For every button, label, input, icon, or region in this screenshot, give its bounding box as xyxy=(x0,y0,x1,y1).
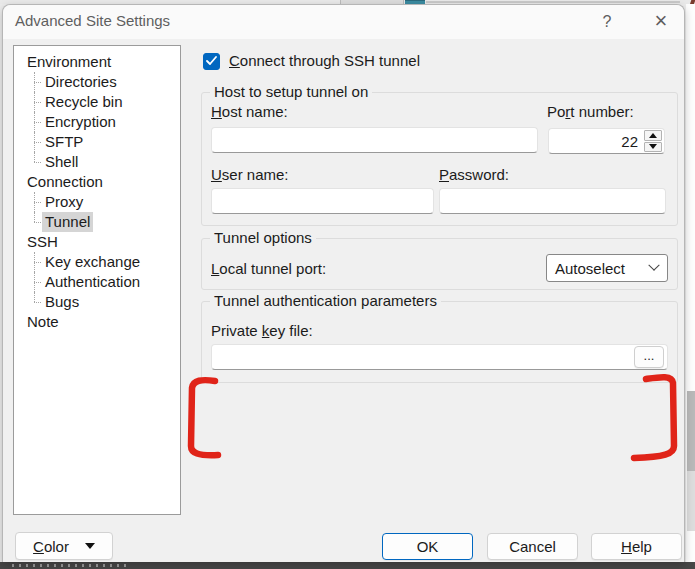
help-button-label: Help xyxy=(621,538,652,555)
port-number-stepper xyxy=(548,128,665,154)
sidebar-item-key-exchange[interactable]: Key exchange xyxy=(14,252,180,272)
ok-button[interactable]: OK xyxy=(382,533,473,560)
dropdown-arrow-icon xyxy=(85,543,95,549)
sidebar-item-shell[interactable]: Shell xyxy=(14,152,180,172)
close-icon[interactable]: × xyxy=(649,10,673,34)
chevron-down-icon xyxy=(648,260,659,271)
user-name-label: User name: xyxy=(211,166,289,184)
host-name-input[interactable] xyxy=(211,127,538,153)
password-label: Password: xyxy=(439,166,509,184)
spin-down-icon xyxy=(649,144,657,149)
private-key-file-label: Private key file: xyxy=(211,322,313,340)
local-tunnel-port-select[interactable]: Autoselect xyxy=(546,254,668,282)
connect-ssh-tunnel-checkbox[interactable] xyxy=(203,53,220,70)
page-title: Advanced Site Settings xyxy=(15,12,170,29)
connect-ssh-tunnel-label[interactable]: Connect through SSH tunnel xyxy=(229,52,420,70)
checkmark-icon xyxy=(206,56,217,66)
host-name-label: Host name: xyxy=(211,103,288,121)
password-input[interactable] xyxy=(439,188,666,214)
sidebar-item-proxy[interactable]: Proxy xyxy=(14,192,180,212)
sidebar-item-ssh[interactable]: SSH xyxy=(14,232,180,252)
cancel-button[interactable]: Cancel xyxy=(487,533,578,560)
sidebar-item-recycle-bin[interactable]: Recycle bin xyxy=(14,92,180,112)
browse-key-file-button[interactable]: ... xyxy=(634,346,664,368)
auth-group-title: Tunnel authentication parameters xyxy=(210,292,441,309)
title-bar[interactable]: Advanced Site Settings ? × xyxy=(3,5,684,39)
background-bottom-strip xyxy=(0,562,695,569)
background-right-sliver xyxy=(686,4,695,562)
sidebar-item-sftp[interactable]: SFTP xyxy=(14,132,180,152)
auth-group: Tunnel authentication parameters xyxy=(201,301,678,383)
sidebar-item-bugs[interactable]: Bugs xyxy=(14,292,180,312)
spin-up-icon xyxy=(649,133,657,138)
sidebar-item-connection[interactable]: Connection xyxy=(14,172,180,192)
sidebar-item-authentication[interactable]: Authentication xyxy=(14,272,180,292)
user-name-input[interactable] xyxy=(211,188,434,214)
advanced-site-settings-dialog: Advanced Site Settings ? × Environment D… xyxy=(2,4,685,562)
options-group-title: Tunnel options xyxy=(210,229,316,246)
host-group-title: Host to setup tunnel on xyxy=(210,83,372,100)
sidebar-item-note[interactable]: Note xyxy=(14,312,180,332)
color-button-label: Color xyxy=(33,538,69,555)
local-tunnel-port-label: Local tunnel port: xyxy=(211,260,326,278)
background-bottom-dots xyxy=(12,564,130,567)
spin-down-button[interactable] xyxy=(644,142,662,153)
spin-up-button[interactable] xyxy=(644,130,662,141)
color-button[interactable]: Color xyxy=(15,532,113,560)
settings-tree: Environment Directories Recycle bin Encr… xyxy=(13,45,181,515)
sidebar-item-encryption[interactable]: Encryption xyxy=(14,112,180,132)
sidebar-item-directories[interactable]: Directories xyxy=(14,72,180,92)
help-button[interactable]: Help xyxy=(591,533,682,560)
sidebar-item-tunnel[interactable]: Tunnel xyxy=(14,212,180,232)
port-number-label: Port number: xyxy=(547,103,634,121)
help-icon[interactable]: ? xyxy=(595,10,619,34)
sidebar-item-environment[interactable]: Environment xyxy=(14,52,180,72)
background-scrollbar-sliver xyxy=(687,391,695,471)
background-line xyxy=(426,1,680,3)
private-key-file-input[interactable] xyxy=(211,344,668,370)
local-tunnel-port-value: Autoselect xyxy=(555,260,625,277)
background-light-sliver xyxy=(687,471,695,531)
